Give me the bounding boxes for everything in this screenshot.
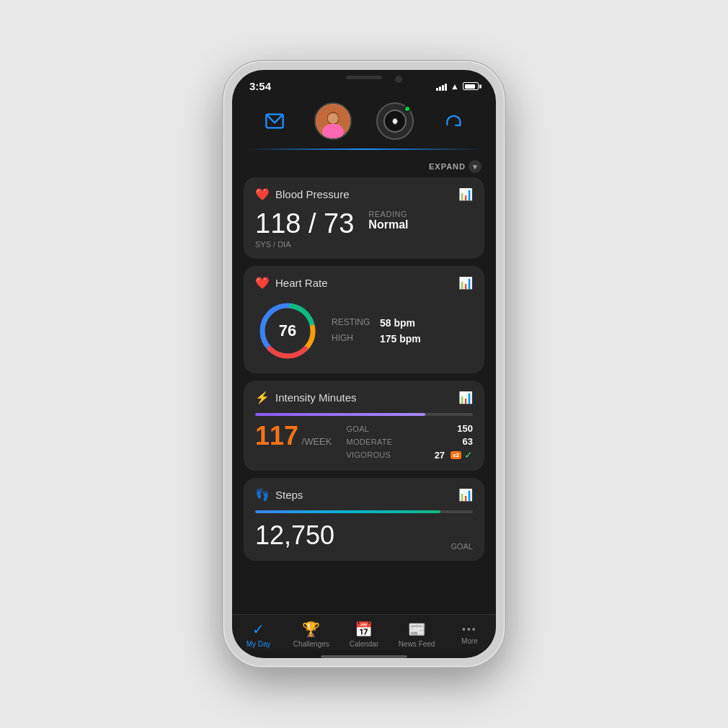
goal-row: GOAL 150 [346,423,473,434]
wifi-icon: ▲ [450,81,459,92]
steps-content: 12,750 GOAL [255,520,473,551]
high-label: HIGH [332,333,371,345]
high-value: 175 bpm [380,333,421,345]
challenges-label: Challenges [293,640,329,648]
expand-label: EXPAND [429,162,466,171]
bp-reading-label: READING [368,210,408,218]
vigorous-check-icon: ✓ [464,449,473,461]
blood-pressure-title: Blood Pressure [275,188,350,200]
steps-chart-icon[interactable]: 📊 [458,488,473,502]
avatar-face [316,102,350,140]
heart-rate-stats: RESTING 58 bpm HIGH 175 bpm [332,317,421,345]
x2-badge: x2 [450,451,461,459]
expand-chevron-icon: ▼ [469,160,481,173]
challenges-icon: 🏆 [302,621,320,638]
intensity-header: ⚡ Intensity Minutes 📊 [255,391,473,404]
intensity-title-group: ⚡ Intensity Minutes [255,391,357,404]
steps-value: 12,750 [255,520,334,551]
avatar [314,102,352,140]
nav-more[interactable]: ••• More [448,623,491,645]
bp-status: READING Normal [368,210,408,231]
blood-pressure-chart-icon[interactable]: 📊 [458,187,473,201]
heart-rate-value: 76 [279,321,296,340]
home-indicator [321,655,407,658]
bp-reading-value: Normal [368,218,408,231]
high-hr-row: HIGH 175 bpm [332,333,421,345]
expand-bar[interactable]: EXPAND ▼ [244,156,484,177]
svg-point-3 [322,124,344,140]
heart-rate-card[interactable]: ❤️ Heart Rate 📊 [244,266,484,373]
nav-my-day[interactable]: ✓ My Day [237,621,280,648]
bp-value-group: 118 / 73 SYS / DIA [255,210,354,249]
intensity-content: 117 /WEEK GOAL 150 MODERATE 63 [255,423,473,461]
watch-button[interactable]: ⌚ [376,102,414,140]
steps-progress-bar [255,510,473,513]
blood-pressure-card[interactable]: ❤️ Blood Pressure 📊 118 / 73 SYS / DIA R… [244,177,484,259]
notch-camera [395,76,402,83]
resting-hr-row: RESTING 58 bpm [332,317,421,329]
heart-rate-gauge: 76 [255,298,320,363]
inbox-button[interactable] [259,105,290,137]
vigorous-row: VIGOROUS 27 x2 ✓ [346,449,473,461]
heart-rate-content: 76 RESTING 58 bpm HIGH 175 bpm [255,298,473,363]
intensity-progress-bar [255,413,473,416]
heart-rate-chart-icon[interactable]: 📊 [458,276,473,290]
signal-bar-2 [439,86,441,91]
avatar-button[interactable] [314,102,352,140]
moderate-value: 63 [463,436,473,447]
resting-label: RESTING [332,317,371,329]
signal-bar-4 [445,84,447,91]
notch [310,70,418,90]
sync-icon [443,111,463,131]
steps-title: Steps [275,489,303,501]
bottom-nav: ✓ My Day 🏆 Challenges 📅 Calendar 📰 News … [232,614,496,651]
nav-calendar[interactable]: 📅 Calendar [342,621,386,648]
moderate-label: MODERATE [346,438,392,446]
steps-bar-fill [255,510,440,513]
scroll-content[interactable]: EXPAND ▼ ❤️ Blood Pressure 📊 118 / 73 [232,150,496,614]
heart-rate-header: ❤️ Heart Rate 📊 [255,276,473,290]
sync-button[interactable] [438,105,469,137]
heart-rate-title-group: ❤️ Heart Rate [255,276,328,290]
watch-connected-dot [404,105,411,112]
goal-value: 150 [457,423,473,434]
intensity-chart-icon[interactable]: 📊 [458,391,473,404]
heart-rate-title: Heart Rate [275,277,328,289]
steps-icon: 👣 [255,488,270,502]
battery-icon [463,82,479,90]
nav-news-feed[interactable]: 📰 News Feed [395,621,438,648]
nav-challenges[interactable]: 🏆 Challenges [290,621,333,648]
intensity-title: Intensity Minutes [275,391,357,404]
resting-value: 58 bpm [380,317,415,329]
signal-bar-1 [436,88,438,91]
intensity-card[interactable]: ⚡ Intensity Minutes 📊 117 /WEEK GOA [244,381,484,471]
calendar-icon: 📅 [355,621,373,638]
intensity-stats: GOAL 150 MODERATE 63 VIGOROUS 27 x2 [346,423,473,461]
steps-title-group: 👣 Steps [255,488,303,502]
intensity-value-group: 117 /WEEK [255,423,332,449]
signal-bars-icon [436,82,447,91]
blood-pressure-title-group: ❤️ Blood Pressure [255,187,350,201]
bp-unit: SYS / DIA [255,240,354,249]
blood-pressure-header: ❤️ Blood Pressure 📊 [255,187,473,201]
battery-fill [465,84,475,89]
blood-pressure-icon: ❤️ [255,187,270,201]
more-icon: ••• [462,623,477,635]
notch-speaker [346,76,382,79]
news-feed-icon: 📰 [408,621,426,638]
calendar-label: Calendar [350,640,379,648]
blood-pressure-reading: 118 / 73 SYS / DIA READING Normal [255,210,473,249]
heart-rate-icon: ❤️ [255,276,270,290]
steps-card[interactable]: 👣 Steps 📊 12,750 GOAL [244,478,484,561]
moderate-row: MODERATE 63 [346,436,473,447]
vigorous-label: VIGOROUS [346,450,391,459]
more-label: More [461,637,478,645]
intensity-value: 117 [255,421,298,450]
steps-header: 👣 Steps 📊 [255,488,473,502]
steps-goal-label: GOAL [450,542,473,551]
intensity-bar-fill [255,413,425,416]
top-nav: ⌚ [232,97,496,148]
watch-face-icon: ⌚ [383,110,407,133]
signal-bar-3 [442,85,444,91]
svg-point-4 [328,113,339,124]
